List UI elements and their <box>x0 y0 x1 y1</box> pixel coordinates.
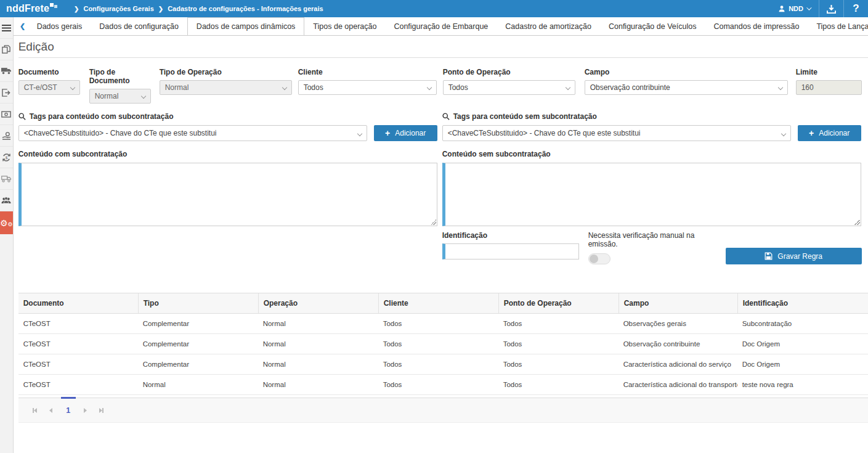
tab-label: Cadastro de amortização <box>505 22 591 31</box>
documento-select[interactable]: CT-e/OST <box>18 80 80 95</box>
cell: Doc Origem <box>737 334 868 354</box>
tab-dados-de-configuracao[interactable]: Dados de configuração <box>91 17 187 35</box>
tab-label: Tipos de Lançamentos <box>816 22 868 31</box>
truck-icon <box>1 67 11 75</box>
help-button[interactable]: ? <box>843 0 868 17</box>
campo-select[interactable]: Observação contribuinte <box>585 80 788 95</box>
tab-dados-de-campos-dinamicos[interactable]: Dados de campos dinâmicos <box>187 17 305 36</box>
table-row[interactable]: CTeOSTComplementarNormalTodosTodosObserv… <box>18 314 868 334</box>
tab-cadastro-de-amortizacao[interactable]: Cadastro de amortização <box>497 17 600 35</box>
ponto-operacao-select[interactable]: Todos <box>443 80 575 95</box>
cell: Normal <box>258 334 378 354</box>
save-icon <box>765 252 773 260</box>
tab-configuracao-de-embarque[interactable]: Configuração de Embarque <box>385 17 497 35</box>
col-tipo[interactable]: Tipo <box>138 293 258 313</box>
col-ponto-operacao[interactable]: Ponto de Operação <box>498 293 619 313</box>
tab-label: Configuração de Veículos <box>609 22 696 31</box>
tab-dados-gerais[interactable]: Dados gerais <box>28 17 91 35</box>
tipo-operacao-label: Tipo de Operação <box>160 68 292 76</box>
adicionar-sem-button[interactable]: +Adicionar <box>798 125 861 141</box>
cell: CTeOST <box>18 375 138 394</box>
sidebar-item-delivery-truck[interactable] <box>0 168 13 190</box>
table-row[interactable]: CTeOSTComplementarNormalTodosTodosCaract… <box>18 354 868 375</box>
tab-tipos-de-lancamentos[interactable]: Tipos de Lançamentos <box>808 17 868 35</box>
cell: Todos <box>378 314 498 333</box>
conteudo-sem-textarea[interactable] <box>442 163 861 226</box>
sidebar-menu-button[interactable] <box>0 17 13 39</box>
resize-handle[interactable] <box>854 219 860 225</box>
cell: teste nova regra <box>737 375 868 394</box>
sidebar-item-money[interactable] <box>0 104 13 125</box>
logo-icon <box>50 3 57 10</box>
conteudo-com-textarea[interactable] <box>18 163 437 226</box>
tags-com-value: <ChaveCTeSubstituido> - Chave do CTe que… <box>24 129 217 137</box>
ponto-operacao-label: Ponto de Operação <box>443 68 575 76</box>
sidebar-item-settings-active[interactable]: ⚙⚙ <box>0 211 13 234</box>
tab-label: Configuração de Embarque <box>394 22 488 31</box>
pager-next-button[interactable] <box>78 402 94 418</box>
tags-com-select[interactable]: <ChaveCTeSubstituido> - Chave do CTe que… <box>18 125 367 141</box>
pager-last-button[interactable] <box>94 402 110 418</box>
help-icon: ? <box>853 2 859 15</box>
col-cliente[interactable]: Cliente <box>378 293 498 313</box>
col-documento[interactable]: Documento <box>18 293 138 313</box>
documento-value: CT-e/OST <box>24 83 57 92</box>
tags-sem-label: Tags para conteúdo sem subcontratação <box>453 112 597 121</box>
cell: Complementar <box>138 354 258 374</box>
cell: Todos <box>378 375 498 394</box>
tab-label: Dados de campos dinâmicos <box>197 22 296 31</box>
tabs-scroll-left-button[interactable]: ❮ <box>17 17 28 35</box>
tab-tipos-de-operacao[interactable]: Tipos de operação <box>304 17 385 35</box>
gravar-regra-label: Gravar Regra <box>777 252 822 261</box>
col-operacao[interactable]: Operação <box>258 293 378 313</box>
cell: Todos <box>498 375 619 394</box>
campo-value: Observação contribuinte <box>590 83 670 92</box>
tipo-operacao-select[interactable]: Normal <box>160 80 292 95</box>
pager-page-1[interactable]: 1 <box>59 406 78 415</box>
adicionar-com-button[interactable]: +Adicionar <box>374 125 437 141</box>
pager-prev-button[interactable] <box>43 402 59 418</box>
identificacao-label: Identificação <box>442 231 579 240</box>
cell: Normal <box>258 354 378 374</box>
tipo-documento-select[interactable]: Normal <box>89 89 151 104</box>
identificacao-input[interactable] <box>442 243 579 259</box>
table-row[interactable]: CTeOSTComplementarNormalTodosTodosObserv… <box>18 334 868 354</box>
tab-bar: ❮ Dados gerais Dados de configuração Dad… <box>14 17 868 36</box>
cell: Todos <box>498 334 619 354</box>
sidebar-item-documents[interactable] <box>0 39 13 60</box>
cell: Normal <box>258 375 378 394</box>
toggle-knob <box>590 255 598 263</box>
tab-configuracao-de-veiculos[interactable]: Configuração de Veículos <box>600 17 705 35</box>
breadcrumb-item[interactable]: Configurações Gerais <box>83 5 153 12</box>
app-logo[interactable]: nddFrete <box>0 3 61 14</box>
col-campo[interactable]: Campo <box>619 293 737 313</box>
sidebar-item-hand-coin[interactable] <box>0 125 13 147</box>
download-button[interactable] <box>819 0 843 17</box>
tab-comandos-de-impressao[interactable]: Comandos de impressão <box>705 17 808 35</box>
gravar-regra-button[interactable]: Gravar Regra <box>726 248 862 264</box>
verificacao-toggle[interactable] <box>588 253 610 264</box>
cell: CTeOST <box>18 314 138 333</box>
sidebar-item-export[interactable] <box>0 82 13 104</box>
chevron-down-icon <box>426 85 431 90</box>
chevron-down-icon <box>565 85 570 90</box>
plus-icon: + <box>385 129 390 137</box>
chevron-down-icon <box>140 94 145 99</box>
table-row[interactable]: CTeOSTNormalNormalTodosTodosCaracterísti… <box>18 375 868 395</box>
resize-handle[interactable] <box>431 219 436 225</box>
col-identificacao[interactable]: Identificação <box>737 293 868 313</box>
table-body: CTeOSTComplementarNormalTodosTodosObserv… <box>18 314 868 398</box>
user-menu[interactable]: NDD <box>769 0 819 17</box>
pager-first-button[interactable] <box>27 402 43 418</box>
limpar-button[interactable]: Limpar <box>18 280 868 288</box>
sidebar-item-currency-exchange[interactable]: $ <box>0 147 13 168</box>
cliente-select[interactable]: Todos <box>298 80 437 95</box>
tipo-operacao-value: Normal <box>165 83 189 92</box>
left-sidebar: $ ⚙⚙ <box>0 17 14 453</box>
tags-sem-select[interactable]: <ChaveCTeSubstituido> - Chave do CTe que… <box>442 125 791 141</box>
limite-input[interactable] <box>796 80 862 95</box>
chevron-down-icon <box>806 5 811 10</box>
sidebar-item-users[interactable] <box>0 190 13 211</box>
plus-icon: + <box>809 129 814 137</box>
sidebar-item-truck[interactable] <box>0 60 13 82</box>
